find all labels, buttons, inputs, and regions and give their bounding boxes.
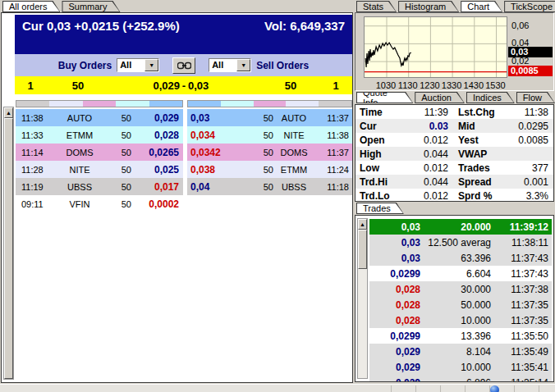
scroll-up-arrow[interactable]: ▲ bbox=[4, 107, 13, 118]
order-time: 11:37 bbox=[314, 148, 352, 157]
tab-label: Stats bbox=[357, 2, 396, 11]
quote-value: 0.0085 bbox=[509, 134, 548, 146]
quote-label: Lst.Chg bbox=[448, 107, 509, 118]
quote-value: 3.3% bbox=[509, 190, 548, 202]
buy-order-row[interactable]: 11:38AUTO500,029 bbox=[16, 109, 183, 126]
scrollbar-thumb[interactable] bbox=[4, 118, 13, 379]
order-quantity: 50 bbox=[102, 165, 131, 175]
quote-value: 0.03 bbox=[401, 121, 448, 132]
tab-indices[interactable]: Indices bbox=[466, 92, 515, 103]
order-quantity: 50 bbox=[102, 113, 131, 123]
tab-tickscope[interactable]: TickScope bbox=[504, 1, 555, 12]
tab-label: Quote Info bbox=[357, 93, 412, 103]
order-price: 0,04 bbox=[187, 181, 240, 193]
order-time: 11:28 bbox=[16, 165, 57, 175]
quote-value: 0.044 bbox=[401, 148, 448, 160]
quote-row: Cur0.03Mid0.0295 bbox=[355, 119, 553, 133]
quote-value: 0.0295 bbox=[509, 121, 548, 132]
x-axis-tick-label: 1030 bbox=[374, 80, 398, 90]
trade-time: 11:35:41 bbox=[491, 362, 552, 373]
order-book-tab-bar: All ordersSummary bbox=[2, 1, 121, 12]
order-time: 11:14 bbox=[16, 148, 57, 157]
quote-value: 0.001 bbox=[509, 176, 548, 188]
trade-time: 11:37:35 bbox=[491, 315, 552, 326]
sell-orders-filter-dropdown[interactable]: All ▼ bbox=[209, 58, 251, 72]
buy-orders-table: 11:38AUTO500,02911:33ETMM500,02811:14DOM… bbox=[16, 109, 183, 212]
sell-order-row[interactable]: 0,0350AUTO11:37 bbox=[187, 109, 352, 126]
legend-swatch bbox=[16, 101, 49, 107]
status-bar bbox=[0, 384, 555, 392]
trade-row[interactable]: 0,02850.00011:37:35 bbox=[369, 297, 552, 312]
quote-value: 0.012 bbox=[401, 134, 448, 146]
quote-row: Low0.012Trades377 bbox=[355, 161, 553, 175]
tab-label: Flow bbox=[517, 93, 554, 103]
sell-order-row[interactable]: 0,034250DOMS11:37 bbox=[187, 144, 352, 161]
trade-row[interactable]: 0,02810.00011:37:35 bbox=[369, 312, 552, 328]
trade-row[interactable]: 0,0363.39611:37:43 bbox=[369, 250, 552, 266]
trades-panel: ▲ 0,0320.00011:39:120,0312.500 averag11:… bbox=[355, 215, 554, 382]
quote-label: Low bbox=[360, 162, 401, 174]
tab-label: Indices bbox=[467, 93, 514, 103]
link-panels-button[interactable] bbox=[172, 57, 195, 74]
price-line-chart bbox=[365, 17, 507, 77]
x-axis-tick-label: 1530 bbox=[484, 80, 508, 90]
order-quantity: 50 bbox=[240, 148, 273, 157]
scroll-up-arrow[interactable]: ▲ bbox=[358, 219, 367, 230]
buy-orders-label: Buy Orders bbox=[58, 60, 112, 71]
buy-order-row[interactable]: 11:28NITE500,025 bbox=[16, 161, 183, 178]
trade-quantity: 12.500 averag bbox=[420, 237, 491, 248]
chevron-down-icon[interactable]: ▼ bbox=[144, 59, 158, 71]
order-quantity: 50 bbox=[102, 182, 131, 192]
tab-label: Histogram bbox=[399, 2, 458, 11]
trade-row[interactable]: 0,02996.60411:37:43 bbox=[369, 266, 552, 281]
trade-row[interactable]: 0,02830.00011:37:38 bbox=[369, 281, 552, 297]
tab-quote-info[interactable]: Quote Info bbox=[356, 92, 413, 103]
member-code: DOMS bbox=[273, 148, 314, 157]
tab-chart[interactable]: Chart bbox=[461, 1, 502, 12]
buy-order-row[interactable]: 11:14DOMS500,0265 bbox=[16, 144, 183, 161]
tab-histogram[interactable]: Histogram bbox=[398, 1, 459, 12]
member-code: NITE bbox=[273, 130, 314, 140]
trade-price: 0,029 bbox=[369, 346, 420, 358]
tab-stats[interactable]: Stats bbox=[356, 1, 397, 12]
chevron-down-icon[interactable]: ▼ bbox=[236, 59, 250, 71]
order-book-panel: Cur 0,03 +0,0215 (+252.9%) Vol: 6,649,33… bbox=[1, 12, 353, 383]
trades-tab-bar: Trades bbox=[356, 203, 404, 214]
buy-orders-filter-dropdown[interactable]: All ▼ bbox=[117, 58, 159, 72]
sell-order-row[interactable]: 0,0450UBSS11:18 bbox=[187, 178, 352, 195]
trade-row[interactable]: 0,0312.500 averag11:38:11 bbox=[369, 235, 552, 250]
tab-trades[interactable]: Trades bbox=[356, 203, 404, 214]
quote-value: 377 bbox=[509, 162, 548, 174]
trade-row[interactable]: 0,0296.89611:35:14 bbox=[369, 375, 552, 382]
order-price: 0,0342 bbox=[187, 147, 240, 158]
buy-order-row[interactable]: 09:11VFIN500,0002 bbox=[16, 195, 183, 212]
tab-summary[interactable]: Summary bbox=[62, 1, 120, 12]
chain-link-icon bbox=[177, 62, 191, 70]
quote-label: Trades bbox=[448, 162, 509, 174]
trade-row[interactable]: 0,0298.10411:35:49 bbox=[369, 344, 552, 359]
tab-auction[interactable]: Auction bbox=[415, 92, 465, 103]
chart-panel: 0,060,040,02 0,03 0,0085 103011301230133… bbox=[355, 12, 554, 91]
trade-quantity: 63.396 bbox=[420, 253, 491, 264]
x-axis-tick-label: 1430 bbox=[461, 80, 486, 90]
order-filter-bar: Buy Orders All ▼ All ▼ Sell Orders bbox=[15, 54, 352, 76]
tab-all-orders[interactable]: All orders bbox=[2, 1, 60, 12]
buy-order-row[interactable]: 11:33ETMM500,028 bbox=[16, 126, 183, 144]
sell-order-row[interactable]: 0,03850ETMM11:24 bbox=[187, 161, 352, 178]
x-axis-tick-label: 1130 bbox=[396, 80, 420, 90]
tab-flow[interactable]: Flow bbox=[516, 92, 555, 103]
buy-order-row[interactable]: 11:19UBSS500,017 bbox=[16, 178, 183, 195]
sell-order-row[interactable]: 0,03450NITE11:38 bbox=[187, 126, 352, 144]
trade-time: 11:35:14 bbox=[491, 377, 552, 383]
order-book-scrollbar[interactable]: ▲ bbox=[3, 107, 14, 380]
order-price: 0,034 bbox=[187, 130, 240, 141]
scrollbar-thumb[interactable] bbox=[358, 230, 367, 269]
trades-scrollbar[interactable]: ▲ bbox=[357, 218, 368, 379]
trade-row[interactable]: 0,02910.00011:35:41 bbox=[369, 359, 552, 375]
instrument-header: Cur 0,03 +0,0215 (+252.9%) Vol: 6,649,33… bbox=[15, 15, 352, 54]
trade-quantity: 6.604 bbox=[420, 268, 491, 280]
trade-time: 11:37:43 bbox=[491, 253, 552, 264]
trade-row[interactable]: 0,0320.00011:39:12 bbox=[369, 219, 552, 235]
trade-row[interactable]: 0,029913.39611:35:50 bbox=[369, 328, 552, 344]
quote-label: Cur bbox=[360, 121, 401, 132]
